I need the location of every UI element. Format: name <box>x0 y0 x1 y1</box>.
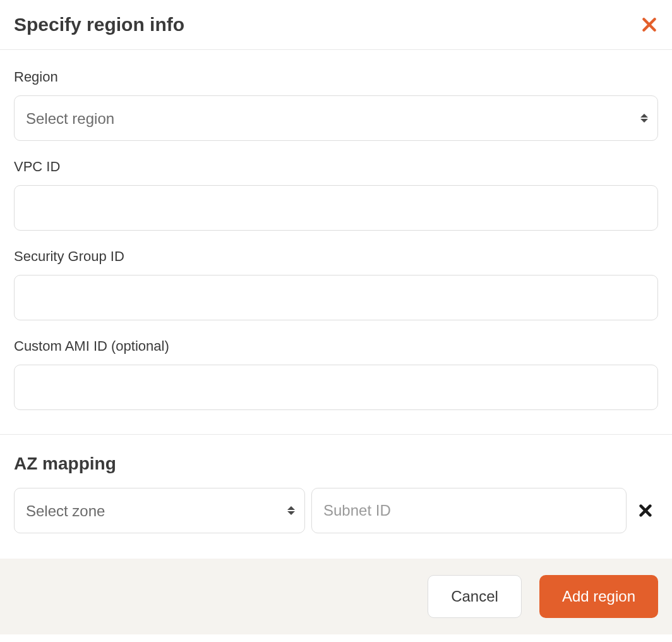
remove-row-icon[interactable] <box>633 504 658 518</box>
modal-footer: Cancel Add region <box>0 559 672 634</box>
zone-select-wrapper: Select zone <box>14 488 305 533</box>
region-field-group: Region Select region <box>14 69 658 141</box>
az-mapping-row: Select zone <box>14 488 658 533</box>
az-mapping-title: AZ mapping <box>14 454 658 474</box>
add-region-button[interactable]: Add region <box>539 575 658 618</box>
custom-ami-id-label: Custom AMI ID (optional) <box>14 338 658 354</box>
vpc-id-input[interactable] <box>14 185 658 231</box>
modal-title: Specify region info <box>14 14 184 35</box>
security-group-id-field-group: Security Group ID <box>14 248 658 320</box>
region-select[interactable]: Select region <box>14 95 658 141</box>
zone-select[interactable]: Select zone <box>14 488 305 533</box>
custom-ami-id-field-group: Custom AMI ID (optional) <box>14 338 658 410</box>
modal-body: Region Select region VPC ID Security Gro… <box>0 50 672 434</box>
modal-header: Specify region info <box>0 0 672 50</box>
security-group-id-input[interactable] <box>14 275 658 320</box>
security-group-id-label: Security Group ID <box>14 248 658 265</box>
custom-ami-id-input[interactable] <box>14 365 658 410</box>
cancel-button[interactable]: Cancel <box>428 575 522 618</box>
az-mapping-section: AZ mapping Select zone <box>0 435 672 559</box>
close-icon[interactable] <box>640 16 658 33</box>
region-select-wrapper: Select region <box>14 95 658 141</box>
vpc-id-label: VPC ID <box>14 159 658 175</box>
vpc-id-field-group: VPC ID <box>14 159 658 231</box>
region-label: Region <box>14 69 658 85</box>
subnet-id-input[interactable] <box>311 488 627 533</box>
